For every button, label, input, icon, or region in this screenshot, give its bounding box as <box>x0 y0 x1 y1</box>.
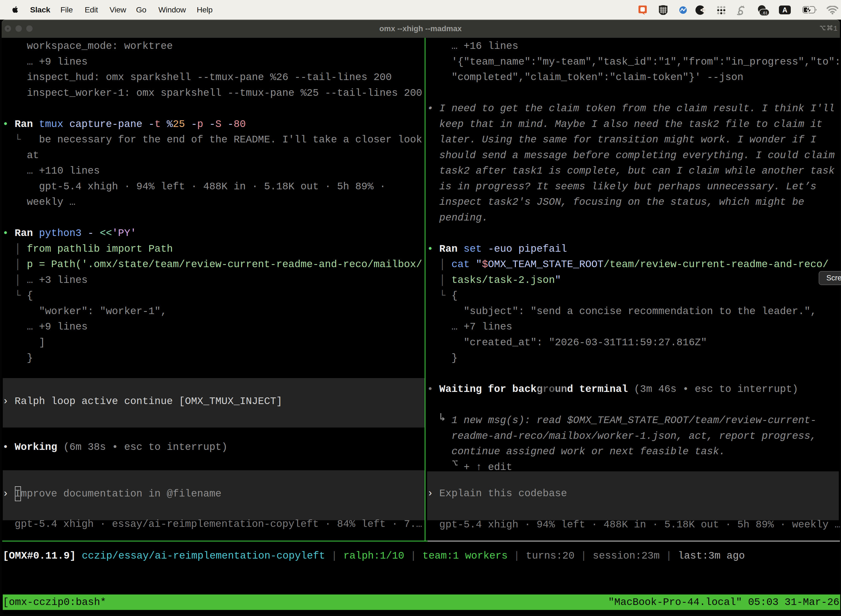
svg-text:..61: ..61 <box>761 11 768 15</box>
